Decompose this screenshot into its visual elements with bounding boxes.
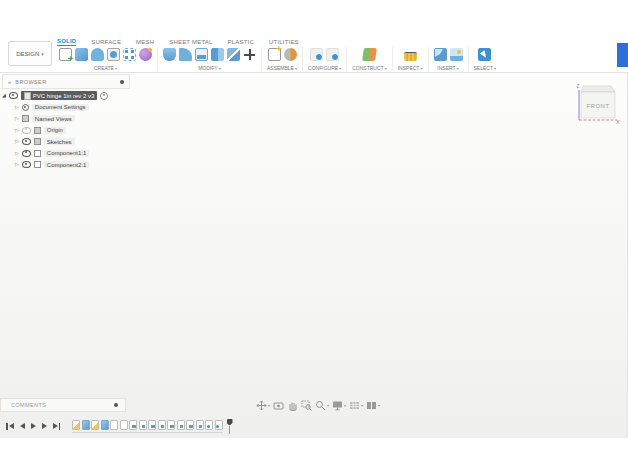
group-label-assemble[interactable]: ASSEMBLE: [267, 65, 297, 71]
construction-plane-icon[interactable]: [362, 48, 377, 61]
named-views-icon: [22, 115, 29, 122]
expand-caret-icon[interactable]: ◢: [2, 93, 6, 98]
move-copy-icon[interactable]: [243, 48, 256, 61]
browser-item-sketches[interactable]: ▷ Sketches: [15, 137, 130, 147]
group-label-select[interactable]: SELECT: [474, 65, 497, 71]
group-label-construct[interactable]: CONSTRUCT: [352, 65, 387, 71]
tab-plastic[interactable]: PLASTIC: [228, 39, 254, 46]
group-label-insert[interactable]: INSERT: [437, 65, 458, 71]
timeline-feature-modify[interactable]: [196, 420, 204, 430]
timeline-feature-modify[interactable]: [148, 420, 156, 430]
axis-z-label: Z: [576, 83, 579, 89]
design-workspace-label: DESIGN: [16, 51, 39, 57]
zoom-icon[interactable]: [315, 400, 329, 411]
browser-item-origin[interactable]: ▷ Origin: [15, 125, 130, 135]
create-sketch-icon[interactable]: [59, 48, 72, 61]
browser-item-document-settings[interactable]: ▷ Document Settings: [15, 102, 130, 112]
split-body-icon[interactable]: [227, 48, 240, 61]
pan-icon[interactable]: [256, 400, 270, 411]
pan-hand-icon[interactable]: [287, 400, 298, 411]
browser-root-row[interactable]: ◢ PVC hinge 1in rev 2 v3: [2, 91, 130, 101]
timeline-playhead[interactable]: [227, 419, 233, 434]
timeline-feature-component[interactable]: [205, 420, 213, 430]
root-document-label[interactable]: PVC hinge 1in rev 2 v3: [21, 91, 97, 100]
collapse-panel-icon[interactable]: «: [8, 79, 11, 85]
timeline-feature-modify[interactable]: [186, 420, 194, 430]
timeline-playback-controls: [6, 422, 60, 431]
press-pull-icon[interactable]: [163, 48, 176, 61]
configuration-icon[interactable]: [310, 48, 323, 61]
insert-derive-icon[interactable]: [434, 48, 447, 61]
visibility-eye-icon[interactable]: [22, 150, 31, 157]
timeline-feature-feature[interactable]: [110, 420, 118, 430]
new-component-icon[interactable]: [268, 48, 281, 61]
group-label-configure[interactable]: CONFIGURE: [308, 65, 341, 71]
go-to-start-button[interactable]: [6, 422, 14, 431]
viewcube[interactable]: Z X FRONT: [574, 80, 620, 128]
zoom-window-icon[interactable]: [301, 400, 312, 411]
group-label-modify[interactable]: MODIFY: [198, 65, 221, 71]
timeline-feature-modify[interactable]: [129, 420, 137, 430]
tab-solid[interactable]: SOLID: [57, 38, 76, 46]
play-button[interactable]: [31, 422, 36, 431]
comments-bar[interactable]: COMMENTS: [0, 398, 126, 412]
shell-icon[interactable]: [195, 48, 208, 61]
timeline-feature-component[interactable]: [215, 420, 223, 430]
group-label-create[interactable]: CREATE: [94, 65, 117, 71]
tab-sheet-metal[interactable]: SHEET METAL: [169, 39, 212, 46]
extrude-icon[interactable]: [75, 48, 88, 61]
visibility-eye-icon[interactable]: [22, 127, 31, 134]
canvas-icon[interactable]: [450, 48, 463, 61]
design-workspace-dropdown[interactable]: DESIGN: [8, 41, 52, 66]
create-form-icon[interactable]: [139, 48, 152, 61]
comments-options-icon[interactable]: [114, 403, 118, 407]
go-to-end-button[interactable]: [53, 422, 61, 431]
timeline-feature-modify[interactable]: [167, 420, 175, 430]
tab-surface[interactable]: SURFACE: [91, 39, 121, 46]
fillet-icon[interactable]: [179, 48, 192, 61]
timeline-feature-sketch[interactable]: [91, 420, 99, 430]
grid-and-snaps-icon[interactable]: [349, 400, 363, 411]
viewports-icon[interactable]: [366, 400, 380, 411]
select-icon[interactable]: [478, 48, 491, 61]
look-at-icon[interactable]: [273, 400, 284, 411]
group-label-inspect[interactable]: INSPECT: [398, 65, 423, 71]
expand-caret-icon[interactable]: ▷: [15, 128, 19, 133]
timeline-feature-modify[interactable]: [177, 420, 185, 430]
viewcube-front-face: FRONT: [586, 103, 609, 109]
browser-header[interactable]: « BROWSER: [2, 74, 130, 89]
browser-item-component2[interactable]: ▷ Component2:1: [15, 160, 130, 170]
timeline-feature-extrude[interactable]: [82, 420, 90, 430]
component-icon: [34, 161, 41, 168]
browser-item-named-views[interactable]: ▷ Named Views: [15, 114, 130, 124]
visibility-eye-icon[interactable]: [22, 161, 31, 168]
timeline-feature-extrude[interactable]: [101, 420, 109, 430]
expand-caret-icon[interactable]: ▷: [15, 151, 19, 156]
combine-icon[interactable]: [211, 48, 224, 61]
visibility-eye-icon[interactable]: [9, 92, 18, 99]
expand-caret-icon[interactable]: ▷: [15, 116, 19, 121]
configuration-table-icon[interactable]: [326, 48, 339, 61]
tab-mesh[interactable]: MESH: [136, 39, 154, 46]
document-status-icon[interactable]: [100, 92, 108, 100]
rectangular-pattern-icon[interactable]: [123, 48, 136, 61]
tab-utilities[interactable]: UTILITIES: [269, 39, 299, 46]
step-back-button[interactable]: [20, 422, 25, 431]
timeline-feature-sketch[interactable]: [72, 420, 80, 430]
measure-icon[interactable]: [404, 52, 417, 61]
step-forward-button[interactable]: [42, 422, 47, 431]
expand-caret-icon[interactable]: ▷: [15, 105, 19, 110]
joint-icon[interactable]: [284, 48, 297, 61]
revolve-icon[interactable]: [107, 48, 120, 61]
sweep-icon[interactable]: [91, 48, 104, 61]
browser-item-component1[interactable]: ▷ Component1:1: [15, 148, 130, 158]
expand-caret-icon[interactable]: ▷: [15, 139, 19, 144]
extensions-button[interactable]: [617, 43, 628, 67]
timeline-feature-feature[interactable]: [120, 420, 128, 430]
timeline-feature-modify[interactable]: [158, 420, 166, 430]
display-settings-icon[interactable]: [332, 400, 346, 411]
visibility-eye-icon[interactable]: [22, 138, 31, 145]
browser-options-icon[interactable]: [120, 80, 124, 84]
expand-caret-icon[interactable]: ▷: [15, 162, 19, 167]
timeline-feature-modify[interactable]: [139, 420, 147, 430]
